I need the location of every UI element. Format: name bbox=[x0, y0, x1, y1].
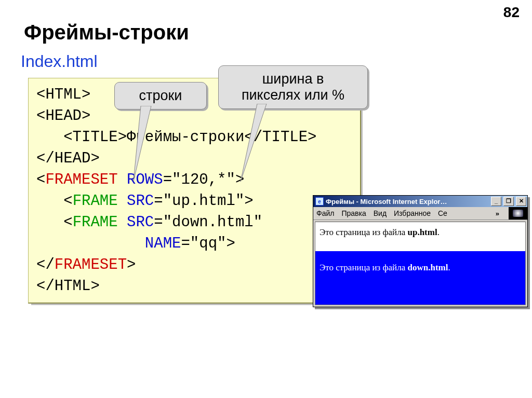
titlebar: e Фреймы - Microsoft Internet Explor… _ … bbox=[313, 196, 527, 207]
attr-value: ="120,*"> bbox=[163, 171, 245, 188]
frame-top-bold: up.html bbox=[408, 227, 437, 237]
tag-name: FRAMESET bbox=[45, 171, 117, 188]
angle: </ bbox=[36, 256, 55, 273]
angle: < bbox=[63, 214, 72, 231]
browser-window: e Фреймы - Microsoft Internet Explor… _ … bbox=[313, 195, 528, 307]
svg-marker-1 bbox=[134, 106, 151, 181]
minimize-button[interactable]: _ bbox=[491, 197, 501, 206]
code-token: <TITLE> bbox=[63, 129, 127, 146]
slide-heading: Фреймы-строки bbox=[24, 21, 189, 44]
menu-favorites[interactable]: Избранное bbox=[394, 209, 431, 217]
attr-value: ="qq"> bbox=[181, 235, 235, 252]
callout-width: ширина в пикселях или % bbox=[218, 65, 368, 109]
attr-value: ="up.html"> bbox=[154, 193, 253, 210]
space bbox=[118, 214, 127, 231]
attr-value: ="down.html" bbox=[154, 214, 262, 231]
menu-edit[interactable]: Правка bbox=[341, 209, 366, 217]
menu-file[interactable]: Файл bbox=[316, 209, 334, 217]
angle: > bbox=[127, 256, 136, 273]
tag-name: FRAME bbox=[73, 193, 118, 210]
callout-text: пикселях или % bbox=[228, 87, 358, 103]
close-button[interactable]: ✕ bbox=[516, 197, 526, 206]
page-number: 82 bbox=[503, 4, 520, 21]
space bbox=[118, 171, 127, 188]
code-line: </HEAD> bbox=[36, 150, 100, 167]
menubar: Файл Правка Вид Избранное Се » bbox=[313, 207, 527, 220]
angle: < bbox=[36, 171, 45, 188]
attr-name: SRC bbox=[127, 214, 154, 231]
svg-marker-0 bbox=[241, 104, 267, 182]
maximize-button[interactable]: ❐ bbox=[503, 197, 514, 206]
menu-view[interactable]: Вид bbox=[374, 209, 387, 217]
throbber-icon bbox=[509, 207, 527, 219]
code-line: </HTML> bbox=[36, 278, 100, 295]
tag-name: FRAME bbox=[73, 214, 118, 231]
space bbox=[118, 193, 127, 210]
frame-bottom: Это страница из файла down.html. bbox=[315, 251, 525, 305]
frame-bottom-text: Это страница из файла bbox=[320, 263, 408, 272]
angle: < bbox=[63, 193, 72, 210]
code-line: <HEAD> bbox=[36, 107, 90, 125]
frame-top-text: Это страница из файла bbox=[320, 227, 408, 237]
frame-bottom-post: . bbox=[448, 263, 450, 272]
callout-tail-icon bbox=[131, 106, 157, 184]
attr-name: NAME bbox=[145, 235, 181, 252]
menu-overflow-chevron-icon[interactable]: » bbox=[496, 210, 501, 217]
frame-bottom-bold: down.html bbox=[408, 263, 448, 272]
code-listing: <HTML> <HEAD> <TITLE>Фреймы-строки</TITL… bbox=[36, 84, 317, 297]
callout-tail-icon bbox=[236, 104, 268, 187]
filename-label: Index.html bbox=[21, 52, 98, 71]
frame-top-post: . bbox=[437, 227, 440, 237]
indent bbox=[36, 235, 145, 252]
ie-icon: e bbox=[315, 197, 324, 205]
menu-truncated[interactable]: Се bbox=[438, 209, 447, 217]
window-title: Фреймы - Microsoft Internet Explor… bbox=[326, 198, 489, 205]
callout-text: ширина в bbox=[228, 71, 358, 87]
callout-text: строки bbox=[139, 88, 182, 103]
callout-rows: строки bbox=[114, 82, 207, 109]
attr-name: SRC bbox=[127, 193, 154, 210]
tag-name: FRAMESET bbox=[55, 256, 127, 273]
frameset-area: Это страница из файла up.html. Это стран… bbox=[315, 222, 526, 305]
code-line: <HTML> bbox=[36, 86, 90, 103]
